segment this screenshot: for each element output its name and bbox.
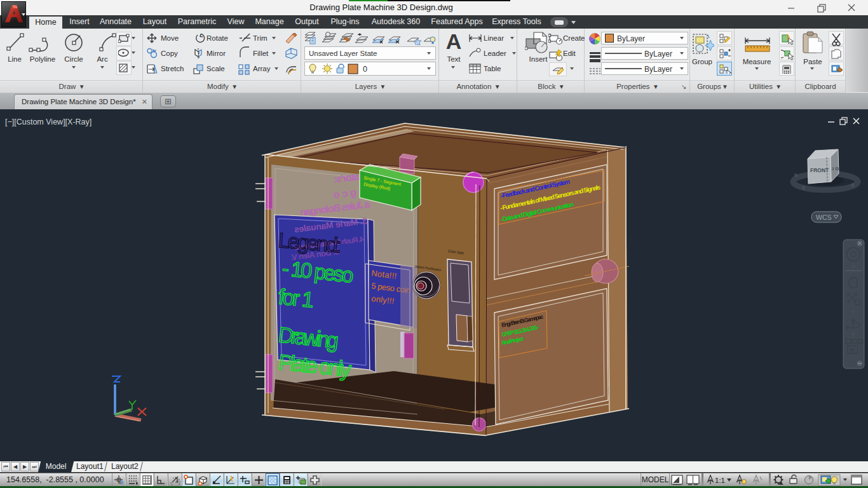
- svg-text:S: S: [802, 186, 805, 190]
- svg-text:1:1: 1:1: [715, 477, 725, 484]
- svg-text:for 1: for 1: [277, 284, 315, 312]
- svg-text:N: N: [794, 173, 797, 177]
- svg-text:E: E: [851, 183, 855, 187]
- svg-text:FRONT: FRONT: [810, 167, 829, 173]
- svg-text:WCS: WCS: [816, 214, 832, 221]
- svg-text:I G: I G: [832, 166, 839, 172]
- svg-text:0: 0: [363, 65, 367, 74]
- svg-text:[−][Custom View][X-Ray]: [−][Custom View][X-Ray]: [5, 118, 92, 126]
